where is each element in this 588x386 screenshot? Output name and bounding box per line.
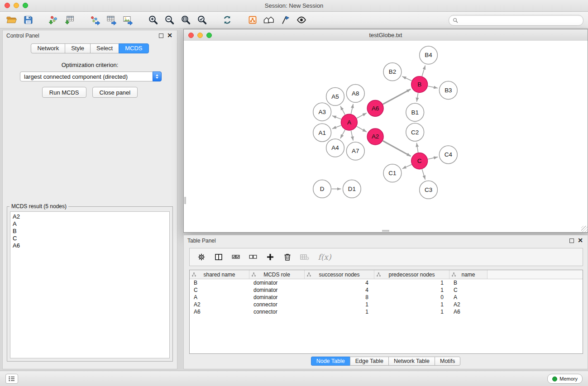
table-cell[interactable]: A2 xyxy=(449,301,488,308)
select-all-rows-button[interactable] xyxy=(229,250,243,264)
task-history-button[interactable] xyxy=(5,374,18,384)
export-table-button[interactable] xyxy=(103,13,120,27)
table-cell[interactable]: 4 xyxy=(305,280,374,286)
graph-node-B[interactable]: B xyxy=(411,76,428,93)
memory-button[interactable]: Memory xyxy=(547,374,583,384)
table-row[interactable]: A6connector11A6 xyxy=(190,308,583,315)
resize-grip[interactable] xyxy=(581,226,588,232)
graph-node-C[interactable]: C xyxy=(411,153,428,169)
column-header-mcds-role[interactable]: MCDS role xyxy=(249,270,305,279)
table-tab-network-table[interactable]: Network Table xyxy=(388,357,435,366)
table-float-panel-icon[interactable] xyxy=(569,238,574,243)
mcds-result-item[interactable]: A xyxy=(13,220,167,228)
tab-mcds[interactable]: MCDS xyxy=(119,43,148,53)
zoom-fit-button[interactable] xyxy=(177,13,194,27)
zoom-out-button[interactable] xyxy=(161,13,177,27)
vertical-scrollbar[interactable] xyxy=(184,197,186,204)
delete-column-button[interactable] xyxy=(280,250,295,264)
graph-node-A1[interactable]: A1 xyxy=(313,124,331,142)
graph-node-C1[interactable]: C1 xyxy=(383,164,402,182)
table-cell[interactable]: dominator xyxy=(249,294,305,300)
table-tab-motifs[interactable]: Motifs xyxy=(435,357,460,366)
table-cell[interactable]: B xyxy=(190,280,249,286)
tab-select[interactable]: Select xyxy=(90,43,119,53)
graph-node-B4[interactable]: B4 xyxy=(420,46,438,64)
refresh-button[interactable] xyxy=(219,13,235,27)
table-row[interactable]: Bdominator41B xyxy=(190,279,583,286)
export-image-button[interactable] xyxy=(120,13,136,27)
table-cell[interactable]: dominator xyxy=(249,287,305,293)
network-canvas[interactable]: B4B2BB3A5A8A6A3B1AA1C2A2A4A7C4CC1C3DD1 xyxy=(184,41,588,232)
mcds-result-item[interactable]: B xyxy=(13,228,167,235)
close-panel-icon[interactable]: ✕ xyxy=(167,32,172,39)
mcds-result-item[interactable]: C xyxy=(13,235,167,242)
save-session-button[interactable] xyxy=(20,13,36,27)
table-cell[interactable]: A xyxy=(190,294,249,300)
graph-node-C3[interactable]: C3 xyxy=(420,181,438,199)
tab-network[interactable]: Network xyxy=(31,43,65,53)
table-row[interactable]: Cdominator41C xyxy=(190,286,583,294)
criterion-dropdown[interactable]: largest connected component (directed) xyxy=(20,71,162,81)
graph-node-A[interactable]: A xyxy=(341,114,357,130)
graph-node-C2[interactable]: C2 xyxy=(406,123,424,141)
graph-node-A2[interactable]: A2 xyxy=(367,129,383,145)
table-cell[interactable]: 1 xyxy=(374,301,449,308)
graph-node-A5[interactable]: A5 xyxy=(326,88,344,106)
graph-node-D[interactable]: D xyxy=(313,180,331,198)
graph-node-A8[interactable]: A8 xyxy=(346,85,364,103)
graph-node-D1[interactable]: D1 xyxy=(343,180,361,198)
function-builder-button[interactable]: f(x) xyxy=(315,250,335,264)
first-neighbors-button[interactable] xyxy=(244,13,261,27)
table-cell[interactable]: 1 xyxy=(305,301,374,308)
table-cell[interactable]: dominator xyxy=(249,280,305,286)
table-cell[interactable]: A6 xyxy=(449,309,488,315)
mcds-result-item[interactable]: A6 xyxy=(13,242,167,249)
table-cell[interactable]: 4 xyxy=(305,287,374,293)
table-cell[interactable]: 0 xyxy=(374,294,449,300)
column-header-successor-nodes[interactable]: successor nodes xyxy=(305,270,374,279)
column-visibility-button[interactable] xyxy=(211,250,226,264)
table-row[interactable]: Adominator80A xyxy=(190,294,583,301)
table-cell[interactable]: 1 xyxy=(374,280,449,286)
mcds-result-item[interactable]: A2 xyxy=(13,213,167,220)
graph-node-A3[interactable]: A3 xyxy=(313,103,331,121)
table-cell[interactable]: 8 xyxy=(305,294,374,300)
graph-node-B3[interactable]: B3 xyxy=(439,81,457,100)
show-all-button[interactable] xyxy=(261,13,277,27)
tab-style[interactable]: Style xyxy=(65,43,91,53)
horizontal-scrollbar[interactable] xyxy=(382,230,389,232)
close-panel-button[interactable]: Close panel xyxy=(92,87,138,98)
table-cell[interactable]: A xyxy=(449,294,488,300)
graph-node-A7[interactable]: A7 xyxy=(346,142,364,160)
import-network-button[interactable] xyxy=(45,13,62,27)
table-cell[interactable]: B xyxy=(449,280,488,286)
table-close-panel-icon[interactable]: ✕ xyxy=(578,237,583,244)
open-folder-button[interactable] xyxy=(4,13,20,27)
graph-node-B1[interactable]: B1 xyxy=(406,103,424,121)
table-cell[interactable]: 1 xyxy=(374,287,449,293)
table-row[interactable]: A2connector11A2 xyxy=(190,301,583,308)
graph-node-B2[interactable]: B2 xyxy=(383,63,402,81)
column-header-name[interactable]: name xyxy=(449,270,488,279)
graph-node-A4[interactable]: A4 xyxy=(326,139,344,157)
table-cell[interactable]: A2 xyxy=(190,301,249,308)
table-tab-node-table[interactable]: Node Table xyxy=(311,357,350,366)
add-column-button[interactable] xyxy=(263,250,277,264)
deselect-all-rows-button[interactable] xyxy=(246,250,260,264)
import-table-button[interactable] xyxy=(62,13,78,27)
table-cell[interactable]: C xyxy=(190,287,249,293)
delete-table-button[interactable] xyxy=(297,250,312,264)
table-cell[interactable]: 1 xyxy=(374,309,449,315)
network-view[interactable]: B4B2BB3A5A8A6A3B1AA1C2A2A4A7C4CC1C3DD1 xyxy=(184,41,588,232)
table-cell[interactable]: C xyxy=(449,287,488,293)
search-input[interactable] xyxy=(458,17,583,24)
table-cell[interactable]: connector xyxy=(249,301,305,308)
table-cell[interactable]: 1 xyxy=(305,309,374,315)
graph-node-A6[interactable]: A6 xyxy=(367,100,383,116)
table-cell[interactable]: A6 xyxy=(190,309,249,315)
visual-style-button[interactable] xyxy=(277,13,293,27)
run-mcds-button[interactable]: Run MCDS xyxy=(42,87,86,98)
table-tab-edge-table[interactable]: Edge Table xyxy=(350,357,389,366)
graph-node-C4[interactable]: C4 xyxy=(439,146,457,164)
show-hide-graphics-button[interactable] xyxy=(293,13,310,27)
